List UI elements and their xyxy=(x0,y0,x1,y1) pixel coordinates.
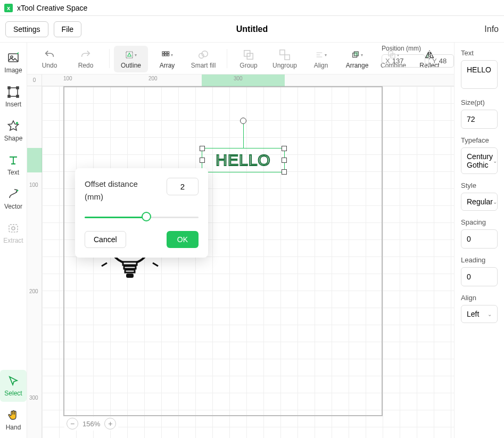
info-link[interactable]: Info xyxy=(484,24,499,34)
align-button[interactable]: ▾ Align xyxy=(304,46,338,72)
undo-icon xyxy=(44,49,55,61)
rail-extract[interactable]: Extract xyxy=(0,217,27,249)
group-button[interactable]: Group xyxy=(232,46,266,72)
align-select[interactable]: Left ⌄ xyxy=(461,305,498,323)
position-y-input[interactable]: Y 48 xyxy=(428,54,454,68)
size-input[interactable] xyxy=(461,110,498,129)
properties-panel: Text HELLO Size(pt) Typeface Century Got… xyxy=(454,43,504,438)
rail-hand[interactable]: Hand xyxy=(0,404,27,436)
leading-input[interactable] xyxy=(461,267,498,286)
ruler-h-tick: 200 xyxy=(148,76,158,81)
image-icon xyxy=(7,52,20,64)
extract-icon xyxy=(7,222,20,235)
rail-select-label: Select xyxy=(4,390,22,397)
ok-button[interactable]: OK xyxy=(167,231,199,248)
svg-point-10 xyxy=(12,227,15,230)
resize-handle-tr[interactable] xyxy=(282,146,287,151)
outline-button[interactable]: ▾ Outline xyxy=(114,46,148,72)
text-object-hello[interactable]: HELLO xyxy=(202,148,285,172)
undo-button[interactable]: Undo xyxy=(32,46,67,72)
spacing-input[interactable] xyxy=(461,229,498,249)
align-value: Left xyxy=(467,310,479,318)
hello-text-content: HELLO xyxy=(202,148,284,172)
slider-thumb[interactable] xyxy=(142,212,151,221)
zoom-out-button[interactable]: − xyxy=(67,418,78,429)
ungroup-icon xyxy=(279,49,291,61)
typeface-label: Typeface xyxy=(461,136,498,144)
resize-handle-br[interactable] xyxy=(282,169,287,175)
shape-icon xyxy=(7,120,20,133)
spacing-label: Spacing xyxy=(461,218,498,226)
arrange-button[interactable]: ▾ Arrange xyxy=(340,46,374,72)
menubar: Settings File Untitled Info xyxy=(0,16,504,43)
zoom-in-button[interactable]: + xyxy=(104,418,116,429)
file-button[interactable]: File xyxy=(54,21,82,37)
rail-insert-label: Insert xyxy=(5,101,21,108)
rail-image[interactable]: Image xyxy=(0,47,27,79)
svg-rect-15 xyxy=(162,54,164,56)
size-label: Size(pt) xyxy=(461,98,498,106)
outline-icon: ▾ xyxy=(125,49,137,61)
insert-icon xyxy=(7,86,20,98)
rail-insert[interactable]: Insert xyxy=(0,81,27,113)
typeface-select[interactable]: Century Gothic ⌄ xyxy=(461,147,498,174)
array-button[interactable]: ▾ Array xyxy=(150,46,184,72)
rail-vector[interactable]: Vector xyxy=(0,183,27,215)
rail-select[interactable]: Select xyxy=(0,370,27,402)
arrange-icon: ▾ xyxy=(351,49,363,61)
cancel-button[interactable]: Cancel xyxy=(85,231,126,248)
position-x-input[interactable]: X 137 xyxy=(382,54,425,68)
position-x-value: 137 xyxy=(392,57,404,65)
settings-button[interactable]: Settings xyxy=(5,21,48,37)
svg-rect-14 xyxy=(167,52,169,53)
resize-handle-mr[interactable] xyxy=(282,158,287,163)
svg-rect-16 xyxy=(165,54,167,56)
svg-rect-5 xyxy=(8,95,10,97)
canvas[interactable]: HELLO − 156% + xyxy=(42,86,454,438)
svg-rect-12 xyxy=(162,52,164,53)
svg-rect-23 xyxy=(285,55,290,60)
zoom-value: 156% xyxy=(82,420,100,428)
style-select[interactable]: Regular ⌄ xyxy=(461,193,498,211)
svg-point-7 xyxy=(16,122,18,124)
svg-rect-9 xyxy=(9,225,18,232)
app-logo-icon: x xyxy=(4,4,13,12)
rail-extract-label: Extract xyxy=(3,237,23,244)
rail-text[interactable]: Text xyxy=(0,149,27,181)
leading-label: Leading xyxy=(461,256,498,264)
typeface-value: Century Gothic xyxy=(467,152,493,169)
offset-value-input[interactable] xyxy=(167,178,199,195)
rail-shape[interactable]: Shape xyxy=(0,115,27,147)
position-label: Position (mm) xyxy=(382,45,454,52)
chevron-down-icon: ⌄ xyxy=(488,311,492,317)
offset-label: Offset distance (mm) xyxy=(85,178,138,203)
text-field-label: Text xyxy=(461,49,498,57)
ungroup-button[interactable]: Ungroup xyxy=(268,46,302,72)
redo-button[interactable]: Redo xyxy=(69,46,103,72)
text-field-input[interactable]: HELLO xyxy=(461,60,498,89)
ruler-v-tick: 100 xyxy=(29,182,38,188)
chevron-down-icon: ⌄ xyxy=(493,158,497,164)
align-label: Align xyxy=(314,62,328,69)
rail-shape-label: Shape xyxy=(4,135,23,142)
resize-handle-tl[interactable] xyxy=(200,146,205,151)
undo-label: Undo xyxy=(42,62,57,69)
rotate-handle[interactable] xyxy=(240,118,246,124)
rail-text-label: Text xyxy=(7,169,19,176)
position-x-prefix: X xyxy=(385,57,390,65)
offset-slider[interactable] xyxy=(85,214,199,220)
group-icon xyxy=(243,49,254,61)
arrange-label: Arrange xyxy=(346,62,369,69)
ruler-corner: 0 xyxy=(27,75,42,86)
svg-rect-17 xyxy=(167,54,169,56)
svg-point-8 xyxy=(17,190,19,192)
ruler-horizontal: 100 200 300 xyxy=(42,75,454,86)
svg-rect-13 xyxy=(165,52,167,53)
select-icon xyxy=(7,375,20,387)
resize-handle-ml[interactable] xyxy=(200,158,205,163)
svg-rect-6 xyxy=(16,95,19,97)
array-icon: ▾ xyxy=(161,49,173,61)
zoom-controls: − 156% + xyxy=(63,417,119,431)
vector-icon xyxy=(7,188,20,201)
smart-fill-button[interactable]: Smart fill xyxy=(186,46,220,72)
